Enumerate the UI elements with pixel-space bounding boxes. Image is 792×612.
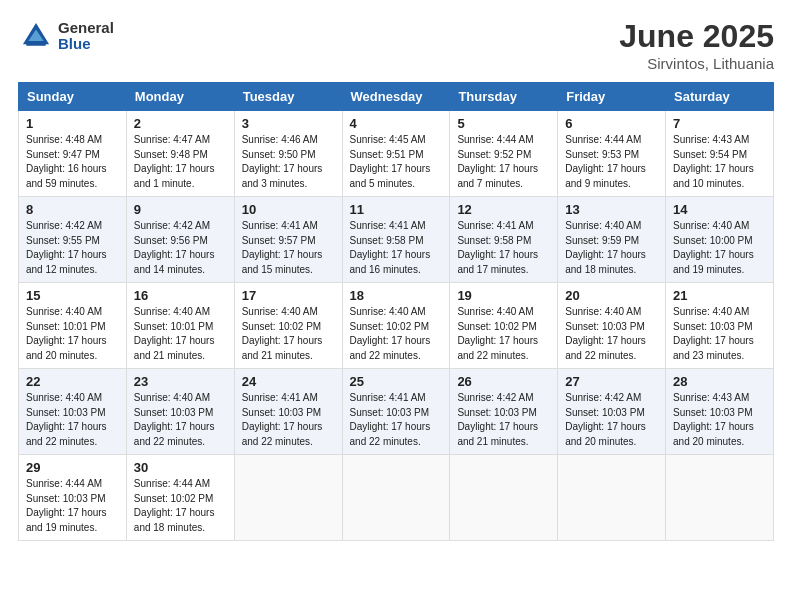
- calendar-cell: 7Sunrise: 4:43 AM Sunset: 9:54 PM Daylig…: [666, 111, 774, 197]
- calendar-cell: 25Sunrise: 4:41 AM Sunset: 10:03 PM Dayl…: [342, 369, 450, 455]
- day-info: Sunrise: 4:40 AM Sunset: 10:03 PM Daylig…: [134, 391, 227, 449]
- weekday-header-monday: Monday: [126, 83, 234, 111]
- day-info: Sunrise: 4:43 AM Sunset: 10:03 PM Daylig…: [673, 391, 766, 449]
- day-info: Sunrise: 4:40 AM Sunset: 10:03 PM Daylig…: [673, 305, 766, 363]
- calendar-cell: 5Sunrise: 4:44 AM Sunset: 9:52 PM Daylig…: [450, 111, 558, 197]
- day-info: Sunrise: 4:42 AM Sunset: 10:03 PM Daylig…: [457, 391, 550, 449]
- day-number: 27: [565, 374, 658, 389]
- day-number: 9: [134, 202, 227, 217]
- day-number: 24: [242, 374, 335, 389]
- logo-blue: Blue: [58, 36, 114, 53]
- weekday-header-sunday: Sunday: [19, 83, 127, 111]
- calendar-cell: 19Sunrise: 4:40 AM Sunset: 10:02 PM Dayl…: [450, 283, 558, 369]
- day-info: Sunrise: 4:40 AM Sunset: 10:02 PM Daylig…: [457, 305, 550, 363]
- logo-general: General: [58, 20, 114, 37]
- day-number: 1: [26, 116, 119, 131]
- day-info: Sunrise: 4:40 AM Sunset: 10:01 PM Daylig…: [26, 305, 119, 363]
- calendar-week-row: 1Sunrise: 4:48 AM Sunset: 9:47 PM Daylig…: [19, 111, 774, 197]
- day-info: Sunrise: 4:44 AM Sunset: 10:02 PM Daylig…: [134, 477, 227, 535]
- weekday-header-friday: Friday: [558, 83, 666, 111]
- day-number: 11: [350, 202, 443, 217]
- calendar-cell: 28Sunrise: 4:43 AM Sunset: 10:03 PM Dayl…: [666, 369, 774, 455]
- day-info: Sunrise: 4:41 AM Sunset: 9:58 PM Dayligh…: [457, 219, 550, 277]
- day-info: Sunrise: 4:40 AM Sunset: 10:03 PM Daylig…: [565, 305, 658, 363]
- day-info: Sunrise: 4:41 AM Sunset: 9:57 PM Dayligh…: [242, 219, 335, 277]
- weekday-header-wednesday: Wednesday: [342, 83, 450, 111]
- weekday-header-saturday: Saturday: [666, 83, 774, 111]
- day-number: 19: [457, 288, 550, 303]
- calendar-cell: 24Sunrise: 4:41 AM Sunset: 10:03 PM Dayl…: [234, 369, 342, 455]
- calendar-week-row: 15Sunrise: 4:40 AM Sunset: 10:01 PM Dayl…: [19, 283, 774, 369]
- day-info: Sunrise: 4:40 AM Sunset: 10:03 PM Daylig…: [26, 391, 119, 449]
- day-number: 14: [673, 202, 766, 217]
- day-info: Sunrise: 4:40 AM Sunset: 10:01 PM Daylig…: [134, 305, 227, 363]
- day-info: Sunrise: 4:41 AM Sunset: 10:03 PM Daylig…: [242, 391, 335, 449]
- calendar-cell: 16Sunrise: 4:40 AM Sunset: 10:01 PM Dayl…: [126, 283, 234, 369]
- day-info: Sunrise: 4:48 AM Sunset: 9:47 PM Dayligh…: [26, 133, 119, 191]
- day-number: 22: [26, 374, 119, 389]
- header: General Blue June 2025 Sirvintos, Lithua…: [18, 18, 774, 72]
- day-info: Sunrise: 4:41 AM Sunset: 10:03 PM Daylig…: [350, 391, 443, 449]
- calendar-cell: 27Sunrise: 4:42 AM Sunset: 10:03 PM Dayl…: [558, 369, 666, 455]
- calendar-cell: 12Sunrise: 4:41 AM Sunset: 9:58 PM Dayli…: [450, 197, 558, 283]
- day-number: 16: [134, 288, 227, 303]
- day-info: Sunrise: 4:41 AM Sunset: 9:58 PM Dayligh…: [350, 219, 443, 277]
- day-info: Sunrise: 4:40 AM Sunset: 10:02 PM Daylig…: [350, 305, 443, 363]
- calendar-cell: 4Sunrise: 4:45 AM Sunset: 9:51 PM Daylig…: [342, 111, 450, 197]
- day-info: Sunrise: 4:42 AM Sunset: 10:03 PM Daylig…: [565, 391, 658, 449]
- calendar-week-row: 8Sunrise: 4:42 AM Sunset: 9:55 PM Daylig…: [19, 197, 774, 283]
- logo-text: General Blue: [58, 20, 114, 53]
- day-number: 12: [457, 202, 550, 217]
- calendar-cell: 14Sunrise: 4:40 AM Sunset: 10:00 PM Dayl…: [666, 197, 774, 283]
- day-number: 30: [134, 460, 227, 475]
- calendar-cell: 15Sunrise: 4:40 AM Sunset: 10:01 PM Dayl…: [19, 283, 127, 369]
- day-number: 28: [673, 374, 766, 389]
- subtitle: Sirvintos, Lithuania: [619, 55, 774, 72]
- day-number: 7: [673, 116, 766, 131]
- day-number: 2: [134, 116, 227, 131]
- calendar-cell: 30Sunrise: 4:44 AM Sunset: 10:02 PM Dayl…: [126, 455, 234, 541]
- day-number: 17: [242, 288, 335, 303]
- day-number: 15: [26, 288, 119, 303]
- day-number: 29: [26, 460, 119, 475]
- title-block: June 2025 Sirvintos, Lithuania: [619, 18, 774, 72]
- day-number: 6: [565, 116, 658, 131]
- svg-rect-2: [26, 41, 46, 46]
- logo: General Blue: [18, 18, 114, 54]
- day-info: Sunrise: 4:40 AM Sunset: 9:59 PM Dayligh…: [565, 219, 658, 277]
- calendar-cell: 26Sunrise: 4:42 AM Sunset: 10:03 PM Dayl…: [450, 369, 558, 455]
- calendar-cell: 21Sunrise: 4:40 AM Sunset: 10:03 PM Dayl…: [666, 283, 774, 369]
- day-number: 23: [134, 374, 227, 389]
- main-title: June 2025: [619, 18, 774, 55]
- day-info: Sunrise: 4:44 AM Sunset: 10:03 PM Daylig…: [26, 477, 119, 535]
- day-info: Sunrise: 4:44 AM Sunset: 9:53 PM Dayligh…: [565, 133, 658, 191]
- calendar-cell: 29Sunrise: 4:44 AM Sunset: 10:03 PM Dayl…: [19, 455, 127, 541]
- calendar-cell: 9Sunrise: 4:42 AM Sunset: 9:56 PM Daylig…: [126, 197, 234, 283]
- calendar-week-row: 29Sunrise: 4:44 AM Sunset: 10:03 PM Dayl…: [19, 455, 774, 541]
- calendar-cell: 20Sunrise: 4:40 AM Sunset: 10:03 PM Dayl…: [558, 283, 666, 369]
- calendar-cell: 2Sunrise: 4:47 AM Sunset: 9:48 PM Daylig…: [126, 111, 234, 197]
- day-info: Sunrise: 4:42 AM Sunset: 9:55 PM Dayligh…: [26, 219, 119, 277]
- day-info: Sunrise: 4:43 AM Sunset: 9:54 PM Dayligh…: [673, 133, 766, 191]
- calendar-cell: [342, 455, 450, 541]
- day-info: Sunrise: 4:44 AM Sunset: 9:52 PM Dayligh…: [457, 133, 550, 191]
- calendar-cell: 17Sunrise: 4:40 AM Sunset: 10:02 PM Dayl…: [234, 283, 342, 369]
- calendar-cell: 6Sunrise: 4:44 AM Sunset: 9:53 PM Daylig…: [558, 111, 666, 197]
- weekday-header-row: SundayMondayTuesdayWednesdayThursdayFrid…: [19, 83, 774, 111]
- page: General Blue June 2025 Sirvintos, Lithua…: [0, 0, 792, 612]
- calendar-cell: [450, 455, 558, 541]
- day-number: 5: [457, 116, 550, 131]
- day-number: 10: [242, 202, 335, 217]
- calendar-cell: 3Sunrise: 4:46 AM Sunset: 9:50 PM Daylig…: [234, 111, 342, 197]
- calendar-cell: 23Sunrise: 4:40 AM Sunset: 10:03 PM Dayl…: [126, 369, 234, 455]
- day-number: 8: [26, 202, 119, 217]
- calendar-table: SundayMondayTuesdayWednesdayThursdayFrid…: [18, 82, 774, 541]
- day-info: Sunrise: 4:42 AM Sunset: 9:56 PM Dayligh…: [134, 219, 227, 277]
- calendar-cell: 1Sunrise: 4:48 AM Sunset: 9:47 PM Daylig…: [19, 111, 127, 197]
- calendar-cell: [666, 455, 774, 541]
- calendar-cell: [558, 455, 666, 541]
- day-number: 4: [350, 116, 443, 131]
- weekday-header-tuesday: Tuesday: [234, 83, 342, 111]
- day-info: Sunrise: 4:40 AM Sunset: 10:00 PM Daylig…: [673, 219, 766, 277]
- day-number: 20: [565, 288, 658, 303]
